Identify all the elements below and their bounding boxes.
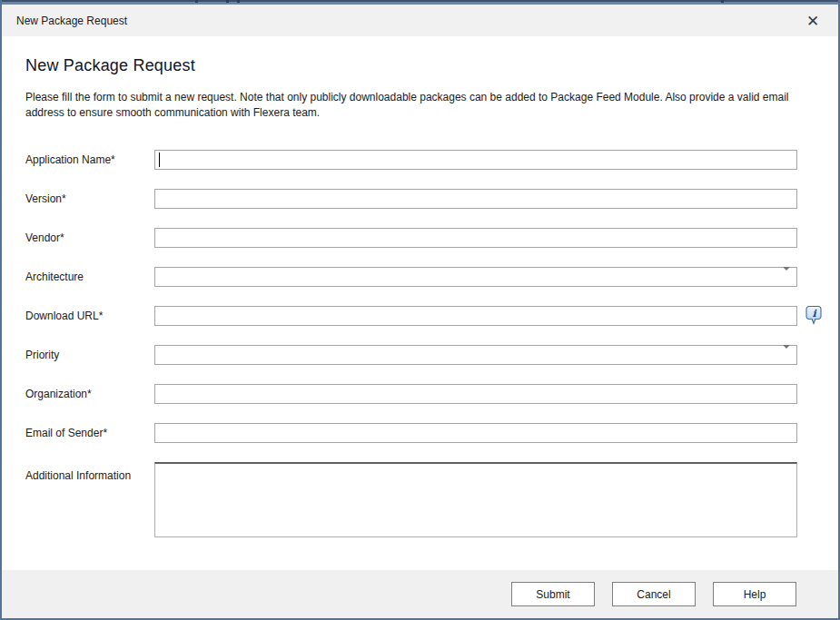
form-row-version: Version* [25,189,838,209]
field-label: Priority [25,349,154,361]
vendor-input[interactable] [154,228,797,248]
dialog-content: New Package Request Please fill the form… [2,56,838,537]
new-package-request-dialog: New Package Request ✕ New Package Reques… [0,0,840,620]
strip-tick [237,0,240,3]
chevron-down-icon [783,271,790,283]
field-label: Version* [25,192,154,205]
request-form: Application Name* Version* Vendor* Archi… [25,150,838,537]
field-label: Download URL* [25,310,154,322]
form-row-application-name: Application Name* [25,150,838,170]
dialog-title: New Package Request [16,15,800,27]
field-label: Organization* [25,388,154,400]
download-url-input[interactable] [154,306,797,326]
form-row-additional-information: Additional Information [25,462,838,537]
field-label: Email of Sender* [25,427,154,439]
chevron-down-icon [783,349,790,361]
cancel-button[interactable]: Cancel [612,582,696,606]
application-name-input[interactable] [154,150,797,170]
submit-button[interactable]: Submit [511,582,595,606]
form-row-priority: Priority [25,345,838,365]
priority-select[interactable] [154,345,797,365]
form-row-architecture: Architecture [25,267,838,287]
email-of-sender-input[interactable] [154,423,797,443]
field-label: Additional Information [25,462,154,482]
form-row-vendor: Vendor* [25,228,838,248]
strip-tick [195,0,198,3]
dialog-footer: Submit Cancel Help [2,570,838,618]
field-label: Architecture [25,271,154,283]
background-window-strip [2,0,838,5]
close-icon[interactable]: ✕ [800,8,825,34]
architecture-select[interactable] [154,267,797,287]
strip-tick [721,0,724,3]
field-label: Application Name* [25,153,154,166]
text-caret [159,153,160,167]
version-input[interactable] [154,189,797,209]
form-description: Please fill the form to submit a new req… [25,90,793,120]
info-icon[interactable]: i [805,305,823,327]
field-label: Vendor* [25,231,154,244]
page-title: New Package Request [25,56,838,75]
dialog-titlebar: New Package Request ✕ [2,5,838,36]
additional-information-textarea[interactable] [154,462,797,537]
form-row-download-url: Download URL* i [25,306,838,326]
form-row-organization: Organization* [25,384,838,404]
form-row-email-of-sender: Email of Sender* [25,423,838,443]
organization-input[interactable] [154,384,797,404]
help-button[interactable]: Help [713,582,796,606]
strip-tick [226,0,229,3]
